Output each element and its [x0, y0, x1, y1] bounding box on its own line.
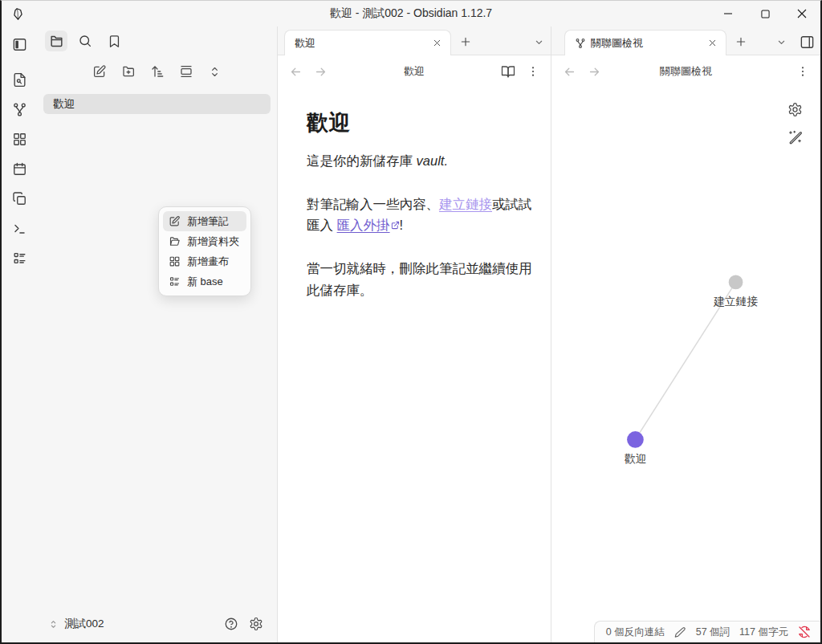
graph-canvas[interactable]: 建立鏈接 歡迎 [551, 88, 820, 642]
gear-icon [787, 102, 803, 117]
help-button[interactable] [222, 614, 241, 634]
tab-list-chevron-button[interactable] [769, 29, 793, 55]
paragraph-1: 這是你的新儲存庫 vault. [307, 150, 544, 172]
new-folder-button[interactable] [117, 61, 140, 82]
sort-order-button[interactable] [146, 61, 169, 82]
sort-icon [150, 64, 165, 79]
new-note-button[interactable] [88, 61, 111, 82]
more-vertical-icon [527, 65, 539, 78]
maximize-button[interactable] [747, 1, 783, 26]
bookmark-icon [108, 35, 121, 48]
gallery-layout-button[interactable] [175, 61, 197, 82]
graph-node-label: 建立鏈接 [713, 296, 758, 308]
backlink-count[interactable]: 0 個反向連結 [606, 626, 665, 639]
minimize-button[interactable] [710, 1, 747, 26]
vault-name[interactable]: 測試002 [64, 617, 104, 631]
editor-tab-bar: 歡迎 [278, 26, 551, 55]
settings-button[interactable] [246, 614, 266, 634]
menu-item-new-canvas[interactable]: 新增畫布 [163, 251, 246, 271]
search-icon [78, 34, 92, 48]
title-bar: 歡迎 - 測試002 - Obsidian 1.12.7 [2, 1, 820, 26]
canvas-icon [12, 132, 27, 147]
word-count[interactable]: 57 個詞 [696, 626, 730, 639]
templates-copy-icon [12, 191, 27, 206]
terminal-button[interactable] [8, 217, 31, 239]
graph-settings-button[interactable] [787, 102, 803, 117]
graph-node-welcome[interactable] [627, 431, 644, 448]
open-graph-button[interactable] [8, 98, 31, 120]
new-tab-button[interactable] [451, 29, 480, 55]
templates-button[interactable] [8, 187, 31, 210]
tab-list-chevron-button[interactable] [527, 29, 551, 55]
char-count[interactable]: 117 個字元 [739, 626, 788, 639]
close-tab-button[interactable] [706, 36, 719, 50]
panel-right-icon [800, 35, 815, 50]
file-explorer-list: 歡迎 [37, 88, 277, 610]
terminal-icon [12, 221, 27, 236]
tab-welcome[interactable]: 歡迎 [284, 30, 451, 55]
paragraph-2: 對筆記輸入一些內容、建立鏈接或試試匯入 匯入外掛! [307, 194, 544, 236]
graph-animate-button[interactable] [787, 130, 803, 145]
graph-tab-icon [575, 38, 586, 49]
tab-search[interactable] [74, 31, 96, 51]
expand-collapse-all-button[interactable] [204, 61, 226, 82]
tab-title: 關聯圖檢視 [591, 36, 696, 51]
edit-icon [169, 215, 181, 227]
graph-node-unresolved[interactable] [729, 275, 743, 290]
window-controls [710, 1, 820, 26]
more-options-button[interactable] [527, 64, 539, 79]
menu-item-new-base[interactable]: 新 base [163, 271, 246, 291]
toggle-left-sidebar-button[interactable] [8, 33, 31, 55]
back-button[interactable] [289, 65, 303, 79]
new-folder-icon [121, 64, 136, 79]
new-base-button[interactable] [8, 247, 31, 269]
close-tab-button[interactable] [430, 36, 444, 50]
editor-view-header: 歡迎 [278, 55, 551, 88]
toggle-right-sidebar-button[interactable] [793, 29, 820, 55]
close-button[interactable] [783, 1, 820, 26]
internal-link-create-link[interactable]: 建立鏈接 [439, 197, 492, 211]
file-item-welcome[interactable]: 歡迎 [43, 94, 271, 114]
editor-pane: 歡迎 歡迎 [278, 26, 551, 642]
tab-graph-view[interactable]: 關聯圖檢視 [564, 30, 726, 55]
forward-button[interactable] [588, 65, 601, 79]
tab-title: 歡迎 [295, 36, 425, 51]
menu-item-new-folder[interactable]: 新增資料夾 [163, 231, 246, 251]
editor-content[interactable]: 歡迎 這是你的新儲存庫 vault. 對筆記輸入一些內容、建立鏈接或試試匯入 匯… [278, 88, 551, 642]
external-link-import-plugin[interactable]: 匯入外掛 [337, 218, 390, 232]
sidebar-tab-icons [37, 26, 277, 55]
new-tab-button[interactable] [726, 29, 755, 55]
bases-icon [169, 275, 181, 287]
left-sidebar: 歡迎 測試002 [37, 26, 278, 642]
more-vertical-icon [796, 65, 809, 78]
menu-item-new-note[interactable]: 新增筆記 [163, 211, 246, 231]
vault-switcher-row: 測試002 [37, 610, 277, 642]
new-canvas-button[interactable] [8, 128, 31, 150]
chevrons-up-down-icon [208, 65, 222, 79]
graph-icon [12, 102, 27, 117]
forward-button[interactable] [314, 65, 328, 79]
back-button[interactable] [563, 65, 576, 79]
sync-off-icon[interactable] [798, 626, 811, 638]
reading-mode-button[interactable] [501, 64, 515, 79]
left-ribbon [2, 26, 37, 642]
gallery-icon [179, 64, 193, 79]
graph-node-label: 歡迎 [625, 453, 647, 465]
file-explorer-nav-header [37, 55, 277, 88]
daily-note-button[interactable] [8, 157, 31, 180]
status-bar: 0 個反向連結 57 個詞 117 個字元 [594, 621, 820, 642]
file-item-label: 歡迎 [53, 97, 75, 112]
edit-mode-indicator[interactable] [674, 626, 686, 638]
tab-bookmarks[interactable] [103, 31, 125, 51]
tab-file-explorer[interactable] [45, 31, 67, 51]
menu-item-label: 新增資料夾 [187, 234, 239, 249]
graph-pane: 關聯圖檢視 關聯圖檢視 [551, 26, 820, 642]
gear-icon [249, 617, 263, 631]
more-options-button[interactable] [796, 65, 809, 78]
window-title: 歡迎 - 測試002 - Obsidian 1.12.7 [2, 6, 820, 21]
obsidian-logo-icon [11, 7, 25, 21]
quick-switcher-button[interactable] [8, 68, 31, 91]
folder-open-icon [169, 235, 181, 247]
menu-item-label: 新增畫布 [187, 255, 229, 269]
workspace: 歡迎 歡迎 [278, 26, 820, 642]
